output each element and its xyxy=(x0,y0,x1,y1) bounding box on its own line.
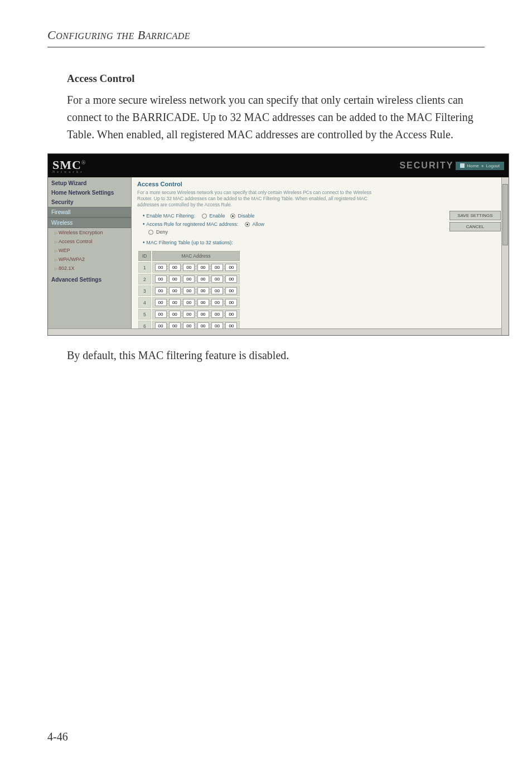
home-icon xyxy=(460,163,465,168)
mac-octet-input[interactable] xyxy=(225,299,237,306)
mac-filtering-table: ID MAC Address 1:::::2:::::3:::::4:::::5… xyxy=(137,250,241,336)
row-id: 4 xyxy=(138,297,151,308)
mac-octet-input[interactable] xyxy=(197,299,209,306)
opt-allow-label: Allow xyxy=(252,221,264,227)
mac-octet-input[interactable] xyxy=(197,264,209,271)
sidebar-item-home-network[interactable]: Home Network Settings xyxy=(48,188,131,197)
intro-paragraph: For a more secure wireless network you c… xyxy=(67,91,485,143)
radio-deny[interactable] xyxy=(148,230,153,235)
mac-address-cell: ::::: xyxy=(152,274,240,284)
mac-octet-input[interactable] xyxy=(169,299,181,306)
section-heading: Access Control xyxy=(67,72,485,85)
th-id: ID xyxy=(138,251,151,261)
vertical-scrollbar[interactable] xyxy=(501,177,509,335)
mac-octet-input[interactable] xyxy=(211,311,223,318)
row-id: 3 xyxy=(138,286,151,296)
mac-octet-input[interactable] xyxy=(155,311,167,318)
sidebar-item-advanced[interactable]: Advanced Settings xyxy=(48,275,131,284)
row-id: 2 xyxy=(138,274,151,284)
mac-address-cell: ::::: xyxy=(152,262,240,273)
mac-octet-input[interactable] xyxy=(155,299,167,306)
brand-right-text: SECURITY xyxy=(399,161,453,171)
router-admin-screenshot: SMC®Networks SECURITY Home ● Logout Setu… xyxy=(47,153,509,336)
mac-octet-input[interactable] xyxy=(225,264,237,271)
sidebar-item-8021x[interactable]: 802.1X xyxy=(48,264,131,273)
mac-octet-input[interactable] xyxy=(197,287,209,294)
sidebar-item-wireless-encryption[interactable]: Wireless Encryption xyxy=(48,228,131,237)
mac-octet-input[interactable] xyxy=(197,311,209,318)
mac-octet-input[interactable] xyxy=(211,275,223,283)
table-row: 3::::: xyxy=(138,286,240,296)
mac-octet-input[interactable] xyxy=(211,264,223,271)
mac-octet-input[interactable] xyxy=(183,311,195,318)
sidebar-item-security[interactable]: Security xyxy=(48,197,131,207)
radio-enable[interactable] xyxy=(202,214,207,219)
caption-paragraph: By default, this MAC filtering feature i… xyxy=(67,347,485,364)
radio-allow[interactable] xyxy=(245,222,250,227)
mac-octet-input[interactable] xyxy=(169,264,181,271)
table-row: 1::::: xyxy=(138,262,240,273)
mac-octet-input[interactable] xyxy=(183,287,195,294)
sidebar-item-wireless[interactable]: Wireless xyxy=(48,217,131,228)
mac-octet-input[interactable] xyxy=(183,264,195,271)
mac-octet-input[interactable] xyxy=(225,287,237,294)
enable-label: Enable MAC Filtering: xyxy=(146,213,195,219)
mac-octet-input[interactable] xyxy=(211,299,223,306)
horizontal-scrollbar[interactable] xyxy=(48,328,501,335)
page-header: CONFIGURING THE BARRICADE xyxy=(47,28,485,47)
th-mac: MAC Address xyxy=(152,251,240,261)
mac-octet-input[interactable] xyxy=(169,275,181,283)
mac-octet-input[interactable] xyxy=(183,299,195,306)
opt-disable-label: Disable xyxy=(238,213,254,219)
mac-address-cell: ::::: xyxy=(152,297,240,308)
radio-disable[interactable] xyxy=(230,214,235,219)
mac-octet-input[interactable] xyxy=(225,311,237,318)
mac-octet-input[interactable] xyxy=(169,311,181,318)
mac-octet-input[interactable] xyxy=(211,287,223,294)
table-row: 5::::: xyxy=(138,309,240,320)
table-row: 4::::: xyxy=(138,297,240,308)
row-id: 5 xyxy=(138,309,151,320)
app-header: SMC®Networks SECURITY Home ● Logout xyxy=(48,154,509,177)
mac-octet-input[interactable] xyxy=(183,275,195,283)
main-panel: Access Control For a more secure Wireles… xyxy=(132,177,509,335)
sidebar-item-setup-wizard[interactable]: Setup Wizard xyxy=(48,178,131,188)
mac-octet-input[interactable] xyxy=(225,275,237,283)
page-number: 4-46 xyxy=(47,731,68,743)
mac-octet-input[interactable] xyxy=(155,264,167,271)
cancel-button[interactable]: CANCEL xyxy=(449,222,501,231)
mac-octet-input[interactable] xyxy=(155,275,167,283)
mac-octet-input[interactable] xyxy=(169,287,181,294)
sidebar-item-wpa[interactable]: WPA/WPA2 xyxy=(48,255,131,264)
panel-description: For a more secure Wireless network you c… xyxy=(137,190,371,208)
mac-address-cell: ::::: xyxy=(152,309,240,320)
mac-address-cell: ::::: xyxy=(152,286,240,296)
save-settings-button[interactable]: SAVE SETTINGS xyxy=(449,211,501,220)
brand-logo: SMC®Networks xyxy=(52,158,86,173)
sidebar: Setup Wizard Home Network Settings Secur… xyxy=(48,177,132,335)
mac-octet-input[interactable] xyxy=(197,275,209,283)
table-row: 2::::: xyxy=(138,274,240,284)
rule-label: Access Rule for registered MAC address: xyxy=(146,221,238,227)
opt-enable-label: Enable xyxy=(209,213,225,219)
logout-label: Logout xyxy=(486,163,500,168)
home-button[interactable]: Home ● Logout xyxy=(456,162,504,170)
row-id: 1 xyxy=(138,262,151,273)
table-heading: MAC Filtering Table (up to 32 stations): xyxy=(143,239,503,245)
panel-title: Access Control xyxy=(137,181,503,187)
home-label: Home xyxy=(467,163,478,168)
opt-deny-label: Deny xyxy=(156,229,168,235)
sidebar-item-wep[interactable]: WEP xyxy=(48,246,131,255)
sidebar-item-access-control[interactable]: Access Control xyxy=(48,237,131,246)
sidebar-item-firewall[interactable]: Firewall xyxy=(48,207,131,217)
mac-octet-input[interactable] xyxy=(155,287,167,294)
